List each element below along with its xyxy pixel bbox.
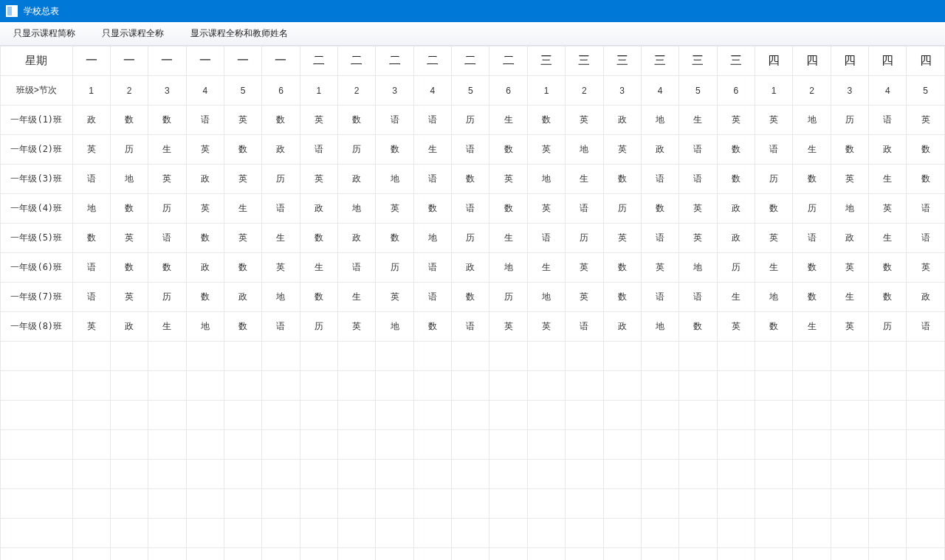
schedule-cell[interactable]: 英 <box>527 135 565 165</box>
empty-cell[interactable] <box>413 401 451 430</box>
schedule-cell[interactable]: 数 <box>376 135 413 165</box>
empty-cell[interactable] <box>262 401 300 430</box>
schedule-cell[interactable]: 英 <box>338 312 376 342</box>
schedule-cell[interactable]: 数 <box>413 312 451 342</box>
tab-show-full[interactable]: 只显示课程全称 <box>89 22 177 45</box>
schedule-cell[interactable]: 数 <box>603 283 641 312</box>
schedule-cell[interactable]: 语 <box>907 312 945 342</box>
empty-cell[interactable] <box>376 401 413 430</box>
schedule-cell[interactable]: 政 <box>338 224 376 253</box>
schedule-cell[interactable]: 英 <box>72 135 110 165</box>
schedule-cell[interactable]: 地 <box>186 312 224 342</box>
schedule-cell[interactable]: 历 <box>603 194 641 224</box>
schedule-cell[interactable]: 地 <box>262 283 300 312</box>
schedule-cell[interactable]: 政 <box>72 106 110 135</box>
schedule-cell[interactable]: 政 <box>907 283 945 312</box>
empty-cell[interactable] <box>148 401 186 430</box>
empty-cell[interactable] <box>793 460 831 489</box>
empty-cell[interactable] <box>72 489 110 519</box>
tab-show-short[interactable]: 只显示课程简称 <box>0 22 89 45</box>
schedule-cell[interactable]: 数 <box>717 135 755 165</box>
empty-cell[interactable] <box>755 548 792 561</box>
schedule-cell[interactable]: 政 <box>186 253 224 283</box>
schedule-cell[interactable]: 政 <box>224 283 261 312</box>
empty-cell[interactable] <box>413 460 451 489</box>
empty-cell[interactable] <box>717 460 755 489</box>
schedule-cell[interactable]: 政 <box>831 224 868 253</box>
schedule-cell[interactable]: 政 <box>262 135 300 165</box>
empty-cell[interactable] <box>717 342 755 371</box>
schedule-cell[interactable]: 政 <box>603 312 641 342</box>
schedule-cell[interactable]: 语 <box>72 253 110 283</box>
schedule-cell[interactable]: 英 <box>300 106 337 135</box>
empty-cell[interactable] <box>72 548 110 561</box>
schedule-cell[interactable]: 英 <box>869 194 907 224</box>
empty-cell[interactable] <box>300 430 337 460</box>
schedule-cell[interactable]: 历 <box>148 194 186 224</box>
empty-cell[interactable] <box>262 519 300 548</box>
schedule-cell[interactable]: 语 <box>262 194 300 224</box>
empty-cell[interactable] <box>831 548 868 561</box>
empty-cell[interactable] <box>566 342 603 371</box>
empty-cell[interactable] <box>452 519 489 548</box>
empty-cell[interactable] <box>338 519 376 548</box>
empty-cell[interactable] <box>224 401 261 430</box>
schedule-cell[interactable]: 语 <box>755 135 792 165</box>
empty-cell[interactable] <box>300 489 337 519</box>
empty-cell[interactable] <box>603 342 641 371</box>
schedule-cell[interactable]: 生 <box>831 283 868 312</box>
empty-cell[interactable] <box>148 371 186 401</box>
schedule-cell[interactable]: 历 <box>793 194 831 224</box>
empty-cell[interactable] <box>489 401 527 430</box>
empty-cell[interactable] <box>603 371 641 401</box>
schedule-cell[interactable]: 数 <box>793 253 831 283</box>
schedule-cell[interactable]: 生 <box>262 224 300 253</box>
schedule-cell[interactable]: 英 <box>566 283 603 312</box>
empty-cell[interactable] <box>641 342 678 371</box>
schedule-cell[interactable]: 地 <box>641 312 678 342</box>
schedule-cell[interactable]: 数 <box>489 135 527 165</box>
empty-cell[interactable] <box>262 430 300 460</box>
schedule-cell[interactable]: 英 <box>527 194 565 224</box>
schedule-cell[interactable]: 数 <box>224 312 261 342</box>
schedule-cell[interactable]: 英 <box>224 224 261 253</box>
schedule-cell[interactable]: 历 <box>831 106 868 135</box>
empty-cell[interactable] <box>110 342 148 371</box>
empty-cell[interactable] <box>907 489 945 519</box>
empty-cell[interactable] <box>869 342 907 371</box>
schedule-cell[interactable]: 数 <box>603 253 641 283</box>
schedule-cell[interactable]: 生 <box>793 312 831 342</box>
empty-cell[interactable] <box>376 342 413 371</box>
schedule-cell[interactable]: 英 <box>224 106 261 135</box>
empty-cell[interactable] <box>72 371 110 401</box>
empty-cell[interactable] <box>489 430 527 460</box>
schedule-cell[interactable]: 生 <box>413 135 451 165</box>
empty-cell[interactable] <box>907 342 945 371</box>
schedule-cell[interactable]: 语 <box>72 165 110 194</box>
empty-cell[interactable] <box>72 342 110 371</box>
schedule-cell[interactable]: 语 <box>452 135 489 165</box>
schedule-cell[interactable]: 地 <box>72 194 110 224</box>
schedule-cell[interactable]: 数 <box>148 253 186 283</box>
schedule-cell[interactable]: 语 <box>907 224 945 253</box>
schedule-cell[interactable]: 数 <box>452 165 489 194</box>
empty-cell[interactable] <box>679 401 717 430</box>
schedule-cell[interactable]: 英 <box>300 165 337 194</box>
empty-cell[interactable] <box>300 371 337 401</box>
schedule-cell[interactable]: 英 <box>755 106 792 135</box>
schedule-cell[interactable]: 语 <box>413 283 451 312</box>
schedule-cell[interactable]: 英 <box>603 135 641 165</box>
empty-cell[interactable] <box>831 342 868 371</box>
empty-cell[interactable] <box>641 460 678 489</box>
empty-cell[interactable] <box>300 401 337 430</box>
schedule-cell[interactable]: 数 <box>679 312 717 342</box>
schedule-cell[interactable]: 历 <box>262 165 300 194</box>
schedule-cell[interactable]: 数 <box>110 253 148 283</box>
schedule-cell[interactable]: 语 <box>186 106 224 135</box>
schedule-cell[interactable]: 政 <box>110 312 148 342</box>
empty-cell[interactable] <box>489 489 527 519</box>
empty-cell[interactable] <box>224 519 261 548</box>
schedule-cell[interactable]: 语 <box>566 312 603 342</box>
empty-cell[interactable] <box>755 489 792 519</box>
empty-cell[interactable] <box>376 430 413 460</box>
